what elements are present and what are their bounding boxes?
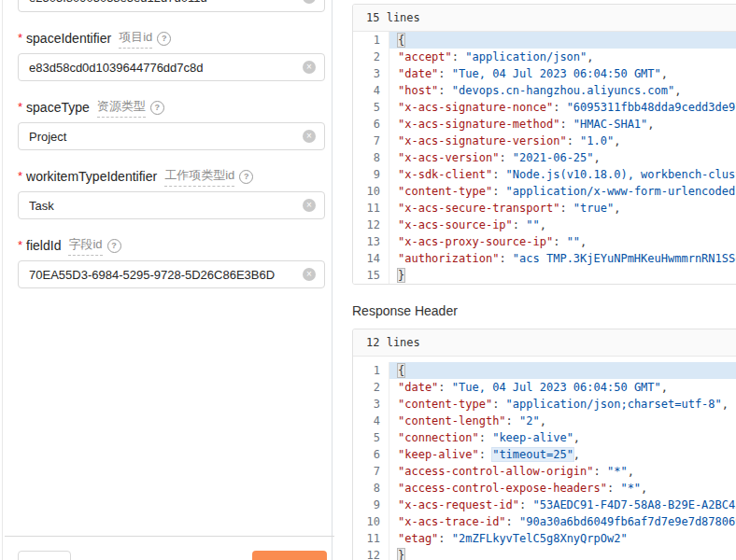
code-editor[interactable]: 1{2"accept": "application/json",3"date":… [353,32,736,284]
line-number: 10 [353,513,389,530]
workitemTypeIdentifier-input[interactable] [18,191,325,219]
line-number: 10 [353,183,389,200]
code-line: 3"content-type": "application/json;chars… [353,396,736,413]
request-params-panel: × * spaceIdentifier 项目id ? × * spaceType… [2,0,333,560]
primary-submit-button[interactable] [252,551,327,560]
line-number: 13 [353,233,389,250]
field-hint: 项目id [119,28,152,49]
code-line: 11"etag": "2mZFLkyvTelC5g8XnyQrpOw2" [353,530,736,547]
code-line: 12} [353,547,736,560]
code-text: "x-acs-signature-version": "1.0", [389,133,736,149]
form-field-workitemTypeIdentifier: × [18,191,325,219]
line-count-label: 12 lines [353,329,736,357]
line-number: 8 [353,149,389,166]
code-text: "x-acs-signature-method": "HMAC-SHA1", [389,116,736,133]
code-text: { [389,32,736,49]
truncated-top-input[interactable] [18,0,325,12]
line-number: 12 [353,217,389,233]
code-line: 5"connection": "keep-alive", [353,429,736,446]
line-number: 3 [353,396,389,413]
code-text: "content-length": "2", [389,413,736,429]
required-marker: * [18,167,22,186]
form-field-spaceIdentifier: × [18,53,325,81]
line-count-label: 15 lines [353,5,736,32]
clear-icon[interactable]: × [303,199,316,212]
clear-icon[interactable]: × [303,268,316,281]
code-text: "x-acs-trace-id": "90a30a6bd6049fb6af7d7… [389,513,736,530]
line-number: 1 [353,32,389,49]
line-number: 5 [353,429,389,446]
line-number: 15 [353,267,389,284]
code-line: 8"x-acs-version": "2021-06-25", [353,149,736,166]
line-number: 7 [353,133,389,149]
code-line: 4"host": "devops.cn-hangzhou.aliyuncs.co… [353,82,736,99]
line-number: 11 [353,530,389,547]
request-response-panel: 15 lines 1{2"accept": "application/json"… [333,0,736,560]
clear-icon[interactable]: × [303,130,316,143]
code-text: "authorization": "acs TMP.3KjEYuNPmHKeuH… [389,250,736,267]
line-number: 12 [353,547,389,560]
line-number: 11 [353,200,389,217]
spaceIdentifier-input[interactable] [18,53,325,81]
line-number: 9 [353,166,389,183]
field-hint: 字段id [68,235,102,256]
code-line: 7"access-control-allow-origin": "*", [353,463,736,480]
line-number: 14 [353,250,389,267]
code-text: "x-acs-secure-transport": "true", [389,200,736,217]
code-text: "date": "Tue, 04 Jul 2023 06:04:50 GMT", [389,65,736,82]
line-number: 9 [353,497,389,513]
form-field-truncated: × [18,0,325,12]
code-line: 4"content-length": "2", [353,413,736,429]
bracket-highlight: { [398,364,404,377]
code-line: 2"accept": "application/json", [353,49,736,65]
field-name: spaceType [26,98,90,117]
line-number: 8 [353,480,389,497]
code-line: 14"authorization": "acs TMP.3KjEYuNPmHKe… [353,250,736,267]
help-icon[interactable]: ? [150,101,164,115]
line-number: 5 [353,99,389,116]
code-line: 8"access-control-expose-headers": "*", [353,480,736,497]
field-name: fieldId [26,236,61,255]
help-icon[interactable]: ? [157,32,171,46]
code-line: 2"date": "Tue, 04 Jul 2023 06:04:50 GMT"… [353,379,736,396]
code-line: 15} [353,267,736,284]
help-icon[interactable]: ? [107,239,121,253]
field-hint: 工作项类型id [164,166,234,187]
code-text: "x-acs-signature-nonce": "6095311fbb48dd… [389,99,736,116]
code-text: "host": "devops.cn-hangzhou.aliyuncs.com… [389,82,736,99]
code-text: "x-acs-proxy-source-ip": "", [389,233,736,250]
field-name: spaceIdentifier [26,29,111,48]
field-label-fieldId: * fieldId 字段id ? [18,236,121,255]
code-text: "date": "Tue, 04 Jul 2023 06:04:50 GMT", [389,379,736,396]
help-icon[interactable]: ? [239,170,253,184]
bracket-highlight: } [398,269,404,282]
line-number: 4 [353,82,389,99]
code-text: "x-acs-request-id": "53AEDC91-F4D7-58A8-… [389,497,736,513]
bracket-highlight: } [398,549,404,560]
code-line: 6"keep-alive": "timeout=25", [353,446,736,463]
code-text: { [389,362,736,379]
code-line: 1{ [353,362,736,379]
field-name: workitemTypeIdentifier [26,167,157,186]
code-line: 3"date": "Tue, 04 Jul 2023 06:04:50 GMT"… [353,65,736,82]
clear-icon[interactable]: × [303,61,316,74]
code-text: "x-acs-source-ip": "", [389,217,736,233]
code-text: } [389,267,736,284]
code-text: "access-control-allow-origin": "*", [389,463,736,480]
field-label-spaceType: * spaceType 资源类型 ? [18,98,164,117]
code-text: } [389,547,736,560]
code-text: "access-control-expose-headers": "*", [389,480,736,497]
code-editor[interactable]: 1{2"date": "Tue, 04 Jul 2023 06:04:50 GM… [353,357,736,560]
field-label-spaceIdentifier: * spaceIdentifier 项目id ? [18,29,171,48]
code-text: "content-type": "application/json;charse… [389,396,736,413]
bracket-highlight: { [398,34,404,47]
request-header-editor: 15 lines 1{2"accept": "application/json"… [352,4,736,285]
line-number: 1 [353,362,389,379]
fieldId-input[interactable] [18,260,325,288]
secondary-footer-button[interactable] [18,551,71,560]
spaceType-input[interactable] [18,122,325,150]
code-line: 11"x-acs-secure-transport": "true", [353,200,736,217]
code-line: 5"x-acs-signature-nonce": "6095311fbb48d… [353,99,736,116]
code-line: 12"x-acs-source-ip": "", [353,217,736,233]
code-text: "connection": "keep-alive", [389,429,736,446]
